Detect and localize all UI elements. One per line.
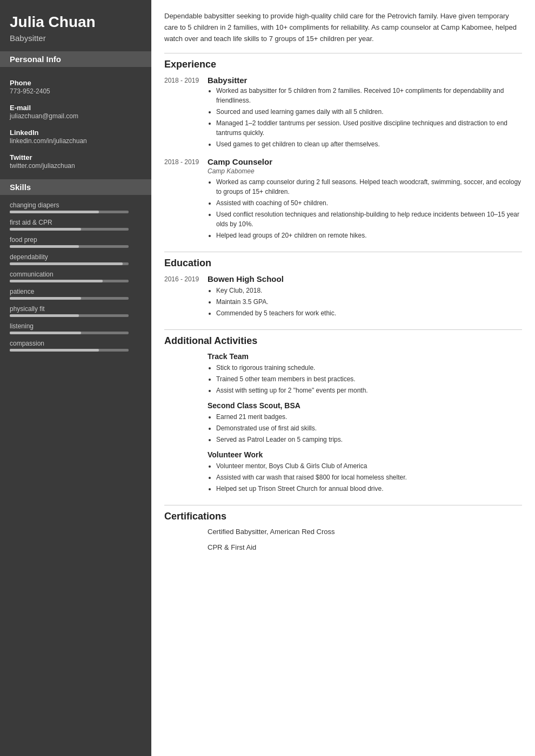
activity-row: Track TeamStick to rigorous training sch… [164, 352, 522, 397]
school-name: Bowen High School [208, 274, 522, 284]
skill-item: patience [0, 287, 151, 304]
certifications-section: Certifications Certified Babysitter, Ame… [164, 505, 522, 555]
contact-item: Phone773-952-2405 [0, 72, 151, 97]
bullet-item: Helped lead groups of 20+ children on re… [216, 231, 522, 240]
experience-row: 2018 - 2019Camp CounselorCamp KabomeeWor… [164, 157, 522, 242]
education-list: 2016 - 2019Bowen High SchoolKey Club, 20… [164, 274, 522, 320]
experience-date: 2018 - 2019 [164, 157, 208, 242]
skill-item: changing diapers [0, 200, 151, 218]
bullet-item: Key Club, 2018. [216, 286, 522, 295]
experience-content: Camp CounselorCamp KabomeeWorked as camp… [208, 157, 522, 242]
candidate-name: Julia Chuan [10, 13, 142, 31]
education-bullets: Key Club, 2018.Maintain 3.5 GPA.Commende… [208, 286, 522, 318]
skill-bar-fill [10, 280, 103, 282]
bullet-item: Sourced and used learning games daily wi… [216, 107, 522, 117]
skill-bar-bg [10, 332, 129, 334]
bullet-item: Used conflict resolution techniques and … [216, 210, 522, 229]
contact-value: twitter.com/juliazchuan [10, 162, 142, 170]
bullet-item: Maintain 3.5 GPA. [216, 297, 522, 307]
contact-label: LinkedIn [10, 129, 142, 137]
skill-name: food prep [10, 236, 142, 244]
bullet-item: Used games to get children to clean up a… [216, 139, 522, 149]
bullet-item: Assist with setting up for 2 "home" even… [216, 386, 522, 395]
certifications-list: Certified Babysitter, American Red Cross… [164, 528, 522, 555]
skill-bar-bg [10, 349, 129, 352]
activity-indent [164, 352, 208, 397]
contact-item: LinkedInlinkedin.com/in/juliazchuan [0, 122, 151, 147]
activity-bullets: Volunteer mentor, Boys Club & Girls Club… [208, 461, 522, 494]
education-heading: Education [164, 258, 522, 269]
experience-divider [164, 53, 522, 53]
skill-bar-fill [10, 228, 81, 231]
skill-item: first aid & CPR [0, 218, 151, 235]
skill-bar-fill [10, 245, 79, 248]
bullet-item: Helped set up Trison Street Church for a… [216, 484, 522, 494]
job-title: Babysitter [208, 76, 522, 85]
certifications-divider [164, 505, 522, 505]
experience-date: 2018 - 2019 [164, 76, 208, 151]
cert-indent [164, 543, 208, 555]
skill-bar-fill [10, 297, 81, 300]
experience-content: BabysitterWorked as babysitter for 5 chi… [208, 76, 522, 151]
activity-indent [164, 450, 208, 495]
certification-item: Certified Babysitter, American Red Cross [208, 528, 335, 536]
experience-list: 2018 - 2019BabysitterWorked as babysitte… [164, 76, 522, 242]
certification-row: CPR & First Aid [164, 543, 522, 555]
skill-item: listening [0, 321, 151, 339]
skill-item: communication [0, 269, 151, 287]
education-section: Education 2016 - 2019Bowen High SchoolKe… [164, 252, 522, 320]
skill-name: dependability [10, 253, 142, 261]
certification-item: CPR & First Aid [208, 543, 256, 551]
activity-bullets: Stick to rigorous training schedule.Trai… [208, 363, 522, 395]
contact-label: Twitter [10, 153, 142, 161]
skill-bar-fill [10, 349, 99, 352]
skill-bar-bg [10, 297, 129, 300]
activity-title: Second Class Scout, BSA [208, 401, 522, 410]
skill-bar-fill [10, 211, 99, 213]
skill-bar-bg [10, 228, 129, 231]
skills-section: Skills changing diapersfirst aid & CPRfo… [0, 179, 151, 363]
skill-bar-fill [10, 262, 123, 265]
activity-content: Track TeamStick to rigorous training sch… [208, 352, 522, 397]
education-divider [164, 252, 522, 252]
certification-row: Certified Babysitter, American Red Cross [164, 528, 522, 539]
bullet-item: Volunteer mentor, Boys Club & Girls Club… [216, 461, 522, 471]
skill-name: compassion [10, 340, 142, 347]
education-row: 2016 - 2019Bowen High SchoolKey Club, 20… [164, 274, 522, 320]
skill-bar-bg [10, 245, 129, 248]
skill-bar-bg [10, 262, 129, 265]
summary-text: Dependable babysitter seeking to provide… [164, 11, 522, 44]
company-name: Camp Kabomee [208, 167, 522, 175]
skill-name: listening [10, 322, 142, 330]
contact-value: linkedin.com/in/juliazchuan [10, 137, 142, 145]
skills-heading: Skills [0, 179, 151, 195]
main-content: Dependable babysitter seeking to provide… [151, 0, 535, 756]
skill-bar-fill [10, 314, 79, 317]
contact-list: Phone773-952-2405E-mailjuliazchuan@gmail… [0, 72, 151, 172]
additional-heading: Additional Activities [164, 335, 522, 347]
skill-bar-fill [10, 332, 81, 334]
job-bullets: Worked as camp counselor during 2 full s… [208, 177, 522, 240]
sidebar: Julia Chuan Babysitter Personal Info Pho… [0, 0, 151, 756]
contact-value: 773-952-2405 [10, 87, 142, 95]
contact-value: juliazchuan@gmail.com [10, 112, 142, 120]
skills-list: changing diapersfirst aid & CPRfood prep… [0, 200, 151, 356]
sidebar-header: Julia Chuan Babysitter [0, 0, 151, 51]
skill-name: communication [10, 271, 142, 278]
experience-row: 2018 - 2019BabysitterWorked as babysitte… [164, 76, 522, 151]
activity-title: Volunteer Work [208, 450, 522, 459]
personal-info-section: Personal Info Phone773-952-2405E-mailjul… [0, 51, 151, 179]
certifications-heading: Certifications [164, 511, 522, 522]
activity-content: Second Class Scout, BSAEarned 21 merit b… [208, 401, 522, 446]
activity-bullets: Earned 21 merit badges.Demonstrated use … [208, 412, 522, 444]
cert-indent [164, 528, 208, 539]
bullet-item: Worked as babysitter for 5 children from… [216, 86, 522, 105]
contact-item: Twittertwitter.com/juliazchuan [0, 147, 151, 172]
bullet-item: Served as Patrol Leader on 5 camping tri… [216, 435, 522, 444]
job-title: Camp Counselor [208, 157, 522, 166]
contact-label: E-mail [10, 104, 142, 112]
skill-item: dependability [0, 252, 151, 269]
bullet-item: Assisted with coaching of 50+ children. [216, 198, 522, 208]
contact-label: Phone [10, 79, 142, 87]
job-bullets: Worked as babysitter for 5 children from… [208, 86, 522, 149]
